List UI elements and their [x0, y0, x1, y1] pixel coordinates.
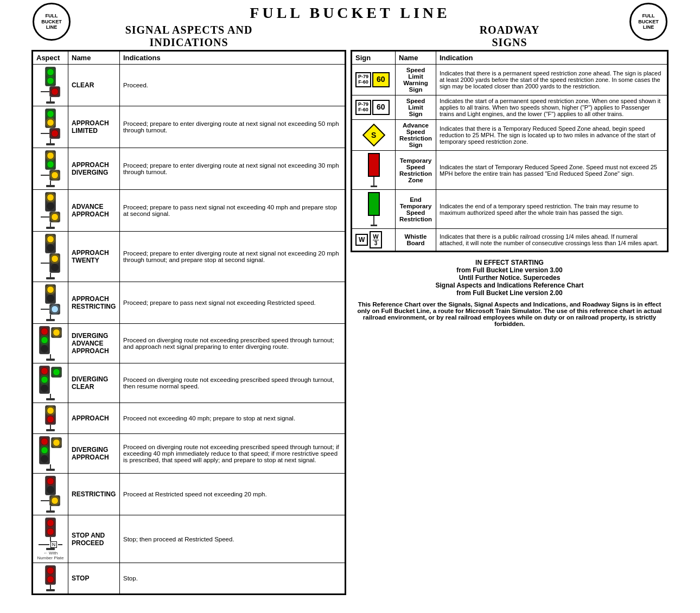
light-red	[47, 519, 54, 527]
aspect-name: CLEAR	[68, 65, 120, 106]
signal-mast-diverging-clear	[36, 366, 65, 400]
table-row: S AdvanceSpeedRestrictionSign Indicates …	[352, 120, 667, 151]
info-line3: Until Further Notice. Supercedes	[459, 274, 561, 282]
light-yellow	[47, 152, 54, 159]
light-red	[47, 477, 54, 485]
signal-mast-restricting	[36, 476, 65, 513]
aspect-indication: Proceed; prepare to pass next signal not…	[120, 190, 345, 232]
light-yellow	[47, 407, 54, 414]
page-header: FULLBUCKETLINE FULL BUCKET LINE FULLBUCK…	[27, 0, 673, 24]
light-red	[41, 438, 48, 445]
aspect-indication: Proceed.	[120, 65, 345, 106]
aspect-visual	[33, 148, 68, 190]
left-section-header: SIGNAL ASPECTS ANDINDICATIONS	[31, 24, 346, 49]
sign-name: SpeedLimitWarningSign	[396, 65, 436, 95]
light-yellow	[47, 235, 54, 243]
signal-section-title: SIGNAL ASPECTS ANDINDICATIONS	[31, 24, 346, 49]
info-line1: IN EFFECT STARTING	[475, 259, 544, 266]
light-yellow	[47, 286, 54, 293]
light-dark2	[51, 264, 59, 271]
light-yellow	[51, 497, 59, 505]
light-red	[51, 130, 59, 137]
whistle-board-sign: W W3	[355, 231, 392, 248]
light-lunar	[51, 305, 59, 313]
sign-name: AdvanceSpeedRestrictionSign	[396, 120, 436, 151]
light-green	[47, 68, 54, 76]
aspect-visual	[33, 474, 68, 515]
light-yellow2	[51, 213, 59, 221]
info-line2: from Full Bucket Line version 3.00	[456, 266, 562, 274]
info-line4: Signal Aspects and Indications Reference…	[436, 282, 584, 289]
light-dark	[41, 345, 48, 353]
light-yellow2	[51, 171, 59, 179]
sign-name: TemporarySpeedRestrictionZone	[396, 151, 436, 190]
light-green	[41, 446, 48, 454]
col-aspect: Aspect	[33, 52, 68, 65]
aspect-name: APPROACHLIMITED	[68, 106, 120, 148]
table-row: DIVERGINGCLEAR Proceed on diverging rout…	[33, 363, 345, 403]
aspect-name: STOP	[68, 563, 120, 594]
col-name: Name	[68, 52, 120, 65]
light-dark	[41, 455, 48, 463]
table-row: N ← With Number Plate STOP ANDPROCEED St…	[33, 515, 345, 563]
light-yellow2	[51, 255, 59, 263]
aspect-indication: Proceed; prepare to enter diverging rout…	[120, 106, 345, 148]
aspect-name: APPROACHRESTRICTING	[68, 282, 120, 324]
table-row: APPROACHDIVERGING Proceed; prepare to en…	[33, 148, 345, 190]
light-red	[47, 416, 54, 423]
aspect-name: STOP ANDPROCEED	[68, 515, 120, 563]
aspect-visual: N ← With Number Plate	[33, 515, 68, 563]
right-section-header: ROADWAYSIGNS	[351, 24, 669, 49]
sign-visual	[352, 190, 396, 229]
signal-mast-approach	[36, 405, 65, 431]
aspect-indication: Proceed on diverging route not exceeding…	[120, 324, 345, 363]
light-red	[47, 567, 54, 574]
advance-speed-restriction-sign: S	[355, 125, 392, 145]
sign-indication: Indicates that there is a Temporary Redu…	[436, 120, 667, 151]
info-heading: IN EFFECT STARTING from Full Bucket Line…	[353, 259, 666, 297]
sign-visual: W W3	[352, 229, 396, 251]
light-red	[41, 328, 48, 335]
page-title: FULL BUCKET LINE	[27, 4, 673, 22]
sign-indication: Indicates that there is a public railroa…	[436, 229, 667, 251]
signs-section-title: ROADWAYSIGNS	[351, 24, 669, 49]
signal-mast-diverging-approach	[36, 436, 65, 471]
table-row: P-79F-60 60 SpeedLimitWarningSign Indica…	[352, 65, 667, 95]
main-content: Aspect Name Indications	[27, 50, 673, 595]
disclaimer-text: This Reference Chart over the Signals, S…	[353, 301, 666, 327]
sign-visual	[352, 151, 396, 190]
table-row: STOP Stop.	[33, 563, 345, 594]
sign-name: WhistleBoard	[396, 229, 436, 251]
aspect-visual	[33, 563, 68, 594]
sign-indication: Indicates that there is a permanent spee…	[436, 65, 667, 95]
aspect-visual	[33, 190, 68, 232]
light-yellow	[47, 119, 54, 126]
table-row: APPROACHTWENTY Proceed; prepare to enter…	[33, 232, 345, 282]
green-rect-sign	[368, 192, 380, 216]
aspect-name: DIVERGINGADVANCEAPPROACH	[68, 324, 120, 363]
aspect-visual	[33, 324, 68, 363]
col-name: Name	[396, 52, 436, 65]
table-row: ADVANCEAPPROACH Proceed; prepare to pass…	[33, 190, 345, 232]
aspect-visual	[33, 232, 68, 282]
signal-mast-diverging-advance-approach	[36, 326, 65, 361]
aspect-visual	[33, 106, 68, 148]
table-row: CLEAR Proceed.	[33, 65, 345, 106]
light-green2	[53, 368, 60, 376]
signal-mast-approach-diverging	[36, 150, 65, 187]
end-temp-speed-restriction-sign	[355, 192, 392, 226]
light-green	[41, 376, 48, 384]
table-row: EndTemporarySpeedRestriction Indicates t…	[352, 190, 667, 229]
signs-section: Sign Name Indication P-79F-60	[351, 50, 669, 595]
col-indications: Indications	[120, 52, 345, 65]
signs-table: Sign Name Indication P-79F-60	[351, 50, 669, 252]
aspect-indication: Stop.	[120, 563, 345, 594]
aspect-indication: Proceed; prepare to enter diverging rout…	[120, 232, 345, 282]
light-red	[51, 88, 59, 95]
light-green	[41, 336, 48, 344]
aspect-name: APPROACHDIVERGING	[68, 148, 120, 190]
aspect-visual	[33, 65, 68, 106]
signal-mast-clear	[36, 67, 65, 104]
signal-mast-stop	[36, 565, 65, 591]
w-sign-numbered: W3	[370, 231, 381, 248]
